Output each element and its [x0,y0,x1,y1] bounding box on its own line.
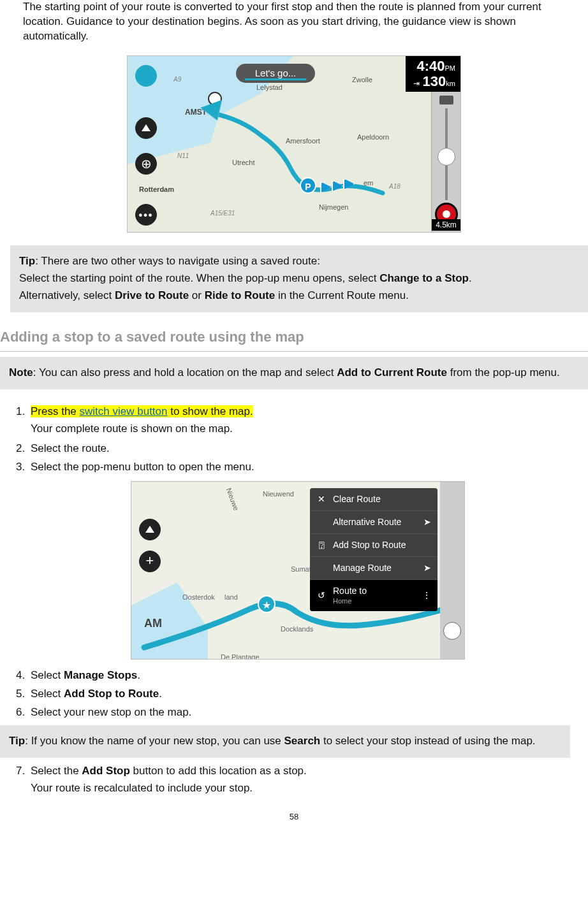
eta-ampm: PM [445,64,456,72]
town-label: AM [144,616,162,631]
menu-item-route-to[interactable]: ↺ Route to Home ⋮ [310,580,437,612]
route-bar [440,482,464,659]
town-label: Amersfoort [286,136,320,146]
step-item: Select Add Stop to Route. [28,687,565,702]
highlighted-text: Press the switch view button to show the… [31,405,253,417]
section-heading: Adding a stop to a saved route using the… [0,328,588,348]
step-item: Press the switch view button to show the… [28,405,565,437]
road-label: N11 [177,152,189,161]
lets-go-label: Let's go... [255,68,297,78]
step-item: Select the Add Stop button to add this l… [28,764,565,796]
route-popup-menu: ✕ Clear Route Alternative Route ➤ ⍰ Add … [310,488,437,611]
kebab-icon[interactable]: ⋮ [422,589,431,602]
eta-time: 4:40 [416,58,445,74]
chevron-right-icon: ➤ [423,516,431,528]
progress-bar [245,78,306,80]
menu-item-alternative-route[interactable]: Alternative Route ➤ [310,511,437,534]
route-bar: 4.5km [431,92,460,232]
step-sub: Your complete route is shown on the map. [31,422,565,437]
menu-icon[interactable]: ••• [135,204,157,226]
town-label: Rotterdam [139,185,174,194]
menu-item-add-stop[interactable]: ⍰ Add Stop to Route [310,534,437,557]
menu-label: Route to Home [333,585,367,607]
town-label: Nijmegen [319,203,348,212]
menu-item-clear-route[interactable]: ✕ Clear Route [310,488,437,511]
eta-distance: 130 [423,73,446,89]
eta-distance-unit: km [446,80,455,87]
menu-label: Alternative Route [333,516,401,528]
section-divider [0,351,588,352]
road-label: A15/E31 [210,209,235,218]
step-item: Select Manage Stops. [28,668,565,683]
zoom-in-icon[interactable]: + [139,551,161,572]
tip-line: Select the starting point of the route. … [19,271,579,286]
stop-marker-icon [332,180,343,192]
town-label: Docklands [281,624,313,634]
recent-icon: ↺ [316,589,327,602]
town-label: Lelystad [256,83,283,92]
road-label: A18 [389,182,401,191]
menu-item-manage-route[interactable]: Manage Route ➤ [310,557,437,580]
fuel-icon [443,622,461,640]
compass-icon[interactable] [135,65,157,87]
menu-label: Add Stop to Route [333,539,406,551]
note-line: Note: You can also press and hold a loca… [9,366,579,380]
step-item: Select your new stop on the map. Tip: If… [28,705,565,758]
pan-up-icon[interactable] [139,519,161,540]
routebar-distance: 4.5km [432,219,460,231]
guidance-map-figure: Lelystad Zwolle Amersfoort Apeldoorn Utr… [127,55,461,233]
tip-line: Alternatively, select Drive to Route or … [19,289,579,303]
eta-info-panel: 4:40PM ⇥ 130km [406,56,460,92]
car-icon [439,96,453,105]
town-label: Utrecht [232,158,254,168]
steps-list: Press the switch view button to show the… [0,405,588,795]
chevron-right-icon: ➤ [423,562,431,574]
close-icon: ✕ [316,493,327,505]
tip-line: Tip: There are two other ways to navigat… [19,254,579,269]
step-sub: Your route is recalculated to include yo… [31,781,565,796]
town-label: Nieuwend [263,489,294,499]
stop-marker-icon [343,178,355,190]
pan-up-icon[interactable] [135,117,157,139]
menu-label: Manage Route [333,562,392,574]
switch-view-link[interactable]: switch view button [80,405,168,417]
parking-marker-icon: P [300,177,316,194]
intro-paragraph: The starting point of your route is conv… [0,0,588,44]
page-number: 58 [0,811,588,823]
add-stop-icon: ⍰ [316,539,327,551]
lets-go-button[interactable]: Let's go... [236,64,315,83]
tip-box: Tip: There are two other ways to navigat… [10,245,588,312]
zoom-in-icon[interactable]: ⊕ [135,153,157,175]
menu-label: Clear Route [333,493,381,505]
road-label: A9 [173,75,181,84]
fuel-icon [437,148,455,166]
stop-marker-icon [320,182,332,193]
note-box: Note: You can also press and hold a loca… [0,357,588,389]
town-label: Apeldoorn [357,133,389,142]
step-item: Select the route. [28,442,565,456]
step-item: Select the pop-menu button to open the m… [28,460,565,660]
star-marker-icon: ★ [258,595,276,613]
tip-line: Tip: If you know the name of your new st… [9,734,561,749]
town-label: Oosterdok [182,593,215,602]
tip-box: Tip: If you know the name of your new st… [0,725,570,758]
town-label: land [224,593,238,602]
town-label: De Plantage [221,653,260,660]
town-label: Zwolle [352,75,372,85]
popup-map-figure: Nieuwend Sumatrakade Oosterdok land Dock… [131,481,465,660]
town-label: em [364,178,373,188]
